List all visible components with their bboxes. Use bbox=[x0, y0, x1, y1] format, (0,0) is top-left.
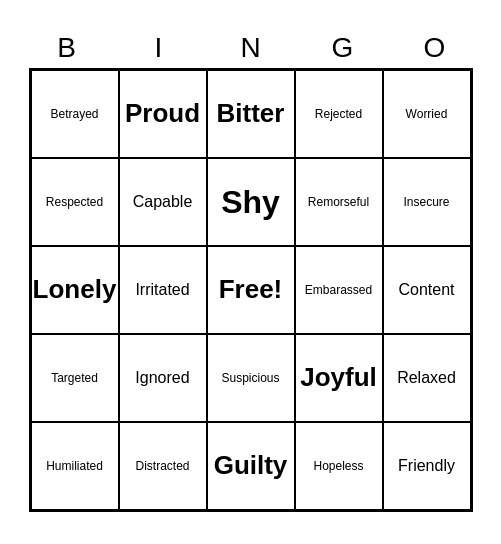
cell-r0-c1[interactable]: Proud bbox=[119, 70, 207, 158]
bingo-container: BINGO BetrayedProudBitterRejectedWorried… bbox=[11, 22, 491, 522]
cell-text-r0-c4: Worried bbox=[406, 107, 448, 121]
cell-text-r3-c2: Suspicious bbox=[221, 371, 279, 385]
cell-r0-c2[interactable]: Bitter bbox=[207, 70, 295, 158]
header-letter-o: O bbox=[391, 32, 479, 64]
cell-text-r2-c1: Irritated bbox=[135, 280, 189, 299]
cell-r1-c1[interactable]: Capable bbox=[119, 158, 207, 246]
cell-text-r0-c2: Bitter bbox=[217, 98, 285, 129]
cell-r2-c3[interactable]: Embarassed bbox=[295, 246, 383, 334]
cell-r0-c0[interactable]: Betrayed bbox=[31, 70, 119, 158]
cell-text-r2-c0: Lonely bbox=[33, 274, 117, 305]
cell-text-r4-c3: Hopeless bbox=[313, 459, 363, 473]
cell-r2-c4[interactable]: Content bbox=[383, 246, 471, 334]
bingo-grid: BetrayedProudBitterRejectedWorriedRespec… bbox=[29, 68, 473, 512]
cell-text-r1-c0: Respected bbox=[46, 195, 103, 209]
cell-r4-c4[interactable]: Friendly bbox=[383, 422, 471, 510]
cell-text-r2-c4: Content bbox=[398, 280, 454, 299]
header-letter-b: B bbox=[23, 32, 111, 64]
cell-text-r1-c1: Capable bbox=[133, 192, 193, 211]
bingo-header: BINGO bbox=[21, 32, 481, 64]
cell-r4-c2[interactable]: Guilty bbox=[207, 422, 295, 510]
cell-r3-c2[interactable]: Suspicious bbox=[207, 334, 295, 422]
cell-r4-c1[interactable]: Distracted bbox=[119, 422, 207, 510]
header-letter-i: I bbox=[115, 32, 203, 64]
cell-text-r3-c3: Joyful bbox=[300, 362, 377, 393]
header-letter-g: G bbox=[299, 32, 387, 64]
cell-text-r4-c4: Friendly bbox=[398, 456, 455, 475]
cell-text-r1-c3: Remorseful bbox=[308, 195, 369, 209]
cell-r4-c0[interactable]: Humiliated bbox=[31, 422, 119, 510]
cell-text-r3-c1: Ignored bbox=[135, 368, 189, 387]
cell-r1-c4[interactable]: Insecure bbox=[383, 158, 471, 246]
header-letter-n: N bbox=[207, 32, 295, 64]
cell-text-r2-c3: Embarassed bbox=[305, 283, 372, 297]
cell-r3-c3[interactable]: Joyful bbox=[295, 334, 383, 422]
cell-text-r0-c1: Proud bbox=[125, 98, 200, 129]
cell-text-r1-c4: Insecure bbox=[403, 195, 449, 209]
cell-r3-c4[interactable]: Relaxed bbox=[383, 334, 471, 422]
cell-r2-c2[interactable]: Free! bbox=[207, 246, 295, 334]
cell-text-r4-c1: Distracted bbox=[135, 459, 189, 473]
cell-text-r3-c0: Targeted bbox=[51, 371, 98, 385]
cell-text-r0-c0: Betrayed bbox=[50, 107, 98, 121]
cell-r0-c3[interactable]: Rejected bbox=[295, 70, 383, 158]
cell-text-r4-c0: Humiliated bbox=[46, 459, 103, 473]
cell-text-r0-c3: Rejected bbox=[315, 107, 362, 121]
cell-r1-c2[interactable]: Shy bbox=[207, 158, 295, 246]
cell-r4-c3[interactable]: Hopeless bbox=[295, 422, 383, 510]
cell-text-r2-c2: Free! bbox=[219, 274, 283, 305]
cell-text-r4-c2: Guilty bbox=[214, 450, 288, 481]
cell-r2-c1[interactable]: Irritated bbox=[119, 246, 207, 334]
cell-text-r1-c2: Shy bbox=[221, 183, 280, 221]
cell-r1-c0[interactable]: Respected bbox=[31, 158, 119, 246]
cell-r3-c1[interactable]: Ignored bbox=[119, 334, 207, 422]
cell-r2-c0[interactable]: Lonely bbox=[31, 246, 119, 334]
cell-r3-c0[interactable]: Targeted bbox=[31, 334, 119, 422]
cell-text-r3-c4: Relaxed bbox=[397, 368, 456, 387]
cell-r1-c3[interactable]: Remorseful bbox=[295, 158, 383, 246]
cell-r0-c4[interactable]: Worried bbox=[383, 70, 471, 158]
